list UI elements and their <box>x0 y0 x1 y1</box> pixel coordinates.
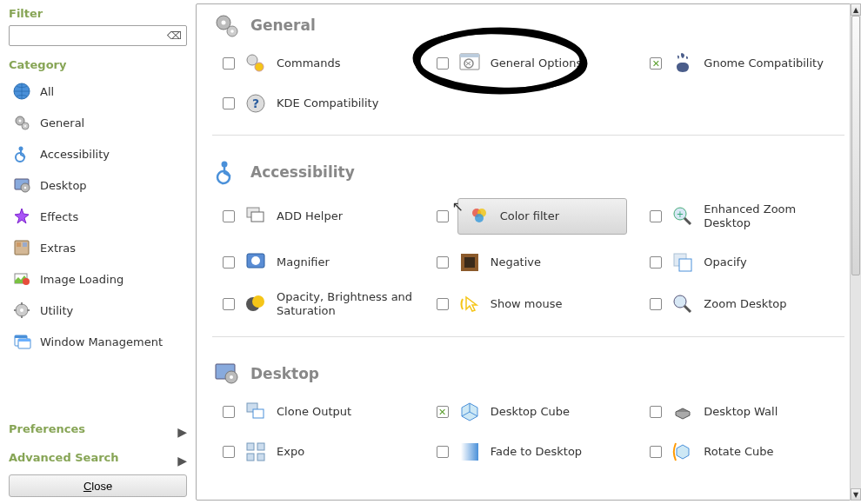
obs-icon <box>244 292 268 316</box>
plugin-fade-to-desktop[interactable]: Fade to Desktop <box>433 436 631 468</box>
gnome-icon <box>671 51 695 76</box>
checkbox[interactable]: ✕ <box>437 406 449 418</box>
checkbox[interactable] <box>223 446 235 458</box>
plugin-general-options[interactable]: General Options <box>433 48 631 79</box>
sidebar-item-image-loading[interactable]: Image Loading <box>9 264 187 294</box>
sidebar-item-extras[interactable]: Extras <box>9 233 187 262</box>
preferences-label: Preferences <box>9 422 85 435</box>
checkbox[interactable] <box>223 406 235 418</box>
checkbox[interactable] <box>437 210 449 222</box>
svg-rect-48 <box>679 259 691 271</box>
sparkle-icon <box>12 207 31 226</box>
plugin-commands[interactable]: Commands <box>219 48 417 79</box>
svg-rect-58 <box>257 443 264 450</box>
plugin-desktop-cube[interactable]: ✕ Desktop Cube <box>433 396 631 428</box>
svg-rect-11 <box>17 242 21 247</box>
plugin-color-filter[interactable]: Color filter ↖ <box>433 195 631 238</box>
plugin-negative[interactable]: Negative <box>433 247 631 278</box>
checkbox[interactable] <box>650 298 662 310</box>
plugin-label: Desktop Cube <box>491 405 570 419</box>
svg-point-51 <box>674 295 686 308</box>
sidebar-item-effects[interactable]: Effects <box>9 202 187 231</box>
sidebar-item-general[interactable]: General <box>9 108 187 137</box>
category-label: Category <box>9 58 187 71</box>
kde-icon: ? <box>244 91 268 116</box>
sidebar-item-accessibility[interactable]: Accessibility <box>9 139 187 169</box>
main-panel: General Commands General Options <box>196 3 861 501</box>
opacify-icon <box>671 250 695 275</box>
plugin-label: Clone Output <box>277 405 351 419</box>
plugin-label: Magnifier <box>277 255 330 269</box>
checkbox[interactable] <box>223 57 235 70</box>
checkbox[interactable] <box>223 298 235 310</box>
plugin-desktop-wall[interactable]: Desktop Wall <box>646 396 844 428</box>
checkbox[interactable] <box>223 256 235 269</box>
plugin-kde-compatibility[interactable]: ? KDE Compatibility <box>219 88 417 119</box>
checkbox[interactable] <box>650 210 662 222</box>
checkbox[interactable] <box>650 406 662 418</box>
globe-icon <box>12 82 31 101</box>
plugin-expo[interactable]: Expo <box>219 436 417 468</box>
window-icon <box>12 332 31 351</box>
plugin-label: Zoom Desktop <box>704 297 786 311</box>
checkbox[interactable] <box>437 446 449 458</box>
checkbox[interactable] <box>223 97 235 109</box>
plugin-enhanced-zoom-desktop[interactable]: + Enhanced Zoom Desktop <box>646 195 844 238</box>
add-helper-icon <box>244 204 268 229</box>
svg-rect-61 <box>461 443 478 461</box>
checkbox[interactable] <box>437 298 449 310</box>
scroll-down-button[interactable]: ▼ <box>851 488 861 501</box>
sidebar-item-all[interactable]: All <box>9 76 187 106</box>
scrollbar[interactable]: ▲ ▼ <box>850 3 861 501</box>
svg-rect-12 <box>23 242 27 247</box>
sidebar-item-utility[interactable]: Utility <box>9 295 187 325</box>
plugin-add-helper[interactable]: ADD Helper <box>219 195 417 238</box>
filter-label: Filter <box>9 7 187 20</box>
scroll-thumb[interactable] <box>851 16 860 275</box>
plugin-magnifier[interactable]: Magnifier <box>219 247 417 278</box>
clone-icon <box>244 400 268 424</box>
clear-icon[interactable]: ⌫ <box>167 30 182 42</box>
plugin-show-mouse[interactable]: Show mouse <box>433 287 631 321</box>
plugin-label: Fade to Desktop <box>491 445 582 459</box>
plugin-clone-output[interactable]: Clone Output <box>219 396 417 428</box>
desktop-icon <box>12 176 31 195</box>
sidebar-item-label: General <box>40 116 84 129</box>
preferences-row[interactable]: Preferences ▶ <box>9 417 187 446</box>
sidebar-item-window-management[interactable]: Window Management <box>9 327 187 356</box>
show-mouse-icon <box>457 292 482 316</box>
plugin-zoom-desktop[interactable]: Zoom Desktop <box>646 287 844 321</box>
close-button[interactable]: Close <box>9 474 187 497</box>
plugin-label: Opacify <box>704 255 746 269</box>
section-title: General <box>250 17 316 34</box>
plugin-gnome-compatibility[interactable]: ✕ Gnome Compatibility <box>646 48 844 79</box>
scroll-up-button[interactable]: ▲ <box>851 3 861 16</box>
svg-text:+: + <box>677 209 684 219</box>
svg-rect-28 <box>460 54 479 57</box>
checkbox[interactable] <box>650 446 662 458</box>
filter-input[interactable] <box>9 25 187 46</box>
plugin-rotate-cube[interactable]: Rotate Cube <box>646 436 844 468</box>
scroll-track[interactable] <box>851 16 861 488</box>
cursor-icon: ↖ <box>452 198 464 215</box>
sidebar-item-label: Image Loading <box>40 273 123 286</box>
plugin-label: Enhanced Zoom Desktop <box>704 202 841 229</box>
plugin-obs[interactable]: Opacity, Brightness and Saturation <box>219 287 417 321</box>
plugin-opacify[interactable]: Opacify <box>646 247 844 278</box>
checkbox[interactable] <box>437 256 449 269</box>
checkbox[interactable] <box>650 256 662 269</box>
svg-point-26 <box>255 63 264 71</box>
checkbox[interactable]: ✕ <box>650 57 662 70</box>
svg-rect-18 <box>15 335 27 338</box>
advanced-search-row[interactable]: Advanced Search ▶ <box>9 446 187 474</box>
svg-point-22 <box>222 21 226 25</box>
sidebar-item-desktop[interactable]: Desktop <box>9 170 187 200</box>
checkbox[interactable] <box>223 210 235 222</box>
rotate-icon <box>671 440 695 464</box>
plugin-label: Expo <box>277 445 304 459</box>
svg-rect-56 <box>253 409 264 418</box>
separator <box>212 135 844 136</box>
svg-point-50 <box>252 295 264 308</box>
checkbox[interactable] <box>437 57 449 70</box>
svg-point-5 <box>19 147 23 151</box>
